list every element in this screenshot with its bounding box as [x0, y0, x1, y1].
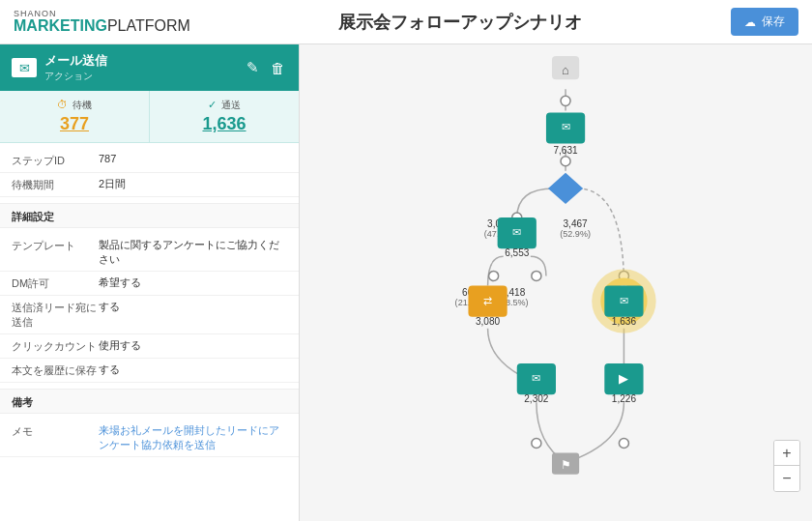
zoom-out-button[interactable]: − [774, 466, 799, 491]
svg-point-7 [532, 271, 541, 280]
svg-text:3,080: 3,080 [476, 316, 501, 327]
check-icon: ✓ [208, 99, 217, 110]
stat-sent-value[interactable]: 1,636 [160, 114, 289, 134]
svg-text:2,302: 2,302 [524, 393, 549, 404]
stat-waiting-value[interactable]: 377 [10, 114, 139, 134]
section-detail: 詳細設定 [0, 203, 299, 228]
sidebar-header-sub: アクション [44, 70, 107, 83]
svg-text:3,467: 3,467 [564, 218, 589, 229]
stat-sent: ✓ 通送 1,636 [150, 91, 299, 142]
svg-text:✉: ✉ [562, 121, 570, 132]
sidebar-header-actions: ✎ 🗑 [245, 57, 287, 78]
memo-row: メモ 来場お礼メールを開封したリードにアンケート協力依頼を送信 [0, 420, 299, 457]
step-id-label: ステップID [12, 153, 99, 168]
logo-platform-text: PLATFORM [107, 17, 190, 34]
logo-full: MARKETINGPLATFORM [14, 18, 190, 34]
svg-text:▶: ▶ [619, 371, 628, 386]
click-count-row: クリックカウント 使用する [0, 334, 299, 359]
save-button[interactable]: ☁ 保存 [731, 8, 798, 36]
detail-table: テンプレート 製品に関するアンケートにご協力ください DM許可 希望する 送信済… [0, 228, 299, 389]
template-label: テンプレート [12, 238, 99, 253]
info-table: ステップID 787 待機期間 2日間 [0, 143, 299, 203]
svg-text:✉: ✉ [512, 226, 521, 238]
sent-lead-value: する [99, 300, 287, 314]
zoom-in-button[interactable]: + [774, 441, 799, 466]
stat-waiting: ⏱ 待機 377 [0, 91, 150, 142]
dm-label: DM許可 [12, 275, 99, 291]
clock-icon: ⏱ [57, 99, 68, 110]
click-count-label: クリックカウント [12, 338, 99, 354]
save-body-value: する [99, 362, 287, 377]
dm-value: 希望する [99, 275, 287, 290]
svg-text:(52.9%): (52.9%) [560, 229, 591, 239]
memo-label: メモ [12, 423, 99, 439]
flow-diagram: ⌂ ✉ 7,631 3,086 (47.1%) 3,467 (52.9%) ✉ … [300, 44, 812, 521]
delete-button[interactable]: 🗑 [269, 57, 287, 78]
sidebar-header-title: メール送信 [44, 52, 107, 70]
svg-point-2 [561, 96, 570, 105]
stat-sent-label: ✓ 通送 [160, 99, 289, 112]
zoom-controls: + − [773, 440, 800, 492]
mail-icon: ✉ [12, 58, 37, 77]
svg-text:⌂: ⌂ [562, 63, 569, 77]
canvas-area[interactable]: ⌂ ✉ 7,631 3,086 (47.1%) 3,467 (52.9%) ✉ … [300, 44, 812, 521]
section-memo: 備考 [0, 389, 299, 414]
memo-table: メモ 来場お礼メールを開封したリードにアンケート協力依頼を送信 [0, 414, 299, 463]
wait-label: 待機期間 [12, 177, 99, 192]
svg-text:7,631: 7,631 [553, 145, 578, 156]
sidebar-header-left: ✉ メール送信 アクション [12, 52, 107, 83]
svg-point-8 [532, 438, 541, 448]
stat-waiting-label: ⏱ 待機 [10, 99, 139, 112]
save-body-row: 本文を履歴に保存 する [0, 359, 299, 383]
page-title: 展示会フォローアップシナリオ [190, 11, 731, 34]
edit-button[interactable]: ✎ [245, 57, 261, 78]
svg-text:✉: ✉ [620, 295, 628, 306]
step-id-row: ステップID 787 [0, 149, 299, 173]
click-count-value: 使用する [99, 338, 287, 353]
sent-lead-label: 送信済リード宛に送信 [12, 300, 99, 330]
logo-marketing-text: MARKETING [14, 17, 107, 34]
svg-text:1,226: 1,226 [612, 393, 637, 404]
logo-marketing: MARKETINGPLATFORM [14, 17, 190, 34]
memo-value[interactable]: 来場お礼メールを開封したリードにアンケート協力依頼を送信 [99, 423, 287, 452]
save-label: 保存 [762, 14, 785, 30]
sidebar-title-group: メール送信 アクション [44, 52, 107, 83]
sidebar: ✉ メール送信 アクション ✎ 🗑 ⏱ 待機 377 [0, 44, 300, 521]
svg-text:⚑: ⚑ [561, 458, 571, 472]
svg-point-9 [619, 438, 628, 448]
svg-text:⇄: ⇄ [483, 295, 492, 306]
sent-lead-row: 送信済リード宛に送信 する [0, 296, 299, 334]
sidebar-header: ✉ メール送信 アクション ✎ 🗑 [0, 44, 299, 91]
dm-row: DM許可 希望する [0, 272, 299, 296]
svg-text:✉: ✉ [532, 372, 540, 384]
wait-value: 2日間 [99, 177, 287, 191]
header: SHANON MARKETINGPLATFORM 展示会フォローアップシナリオ … [0, 0, 812, 44]
svg-text:1,636: 1,636 [612, 316, 637, 327]
main-content: ✉ メール送信 アクション ✎ 🗑 ⏱ 待機 377 [0, 44, 812, 521]
svg-point-3 [561, 157, 570, 166]
svg-text:6,553: 6,553 [505, 247, 530, 258]
logo: SHANON MARKETINGPLATFORM [14, 10, 190, 34]
template-row: テンプレート 製品に関するアンケートにご協力ください [0, 234, 299, 272]
template-value: 製品に関するアンケートにご協力ください [99, 238, 287, 267]
svg-point-6 [489, 271, 499, 280]
step-id-value: 787 [99, 153, 287, 164]
stats-row: ⏱ 待機 377 ✓ 通送 1,636 [0, 91, 299, 143]
save-icon: ☁ [744, 15, 756, 29]
node-diamond[interactable] [548, 173, 583, 204]
save-body-label: 本文を履歴に保存 [12, 362, 99, 378]
wait-row: 待機期間 2日間 [0, 173, 299, 197]
